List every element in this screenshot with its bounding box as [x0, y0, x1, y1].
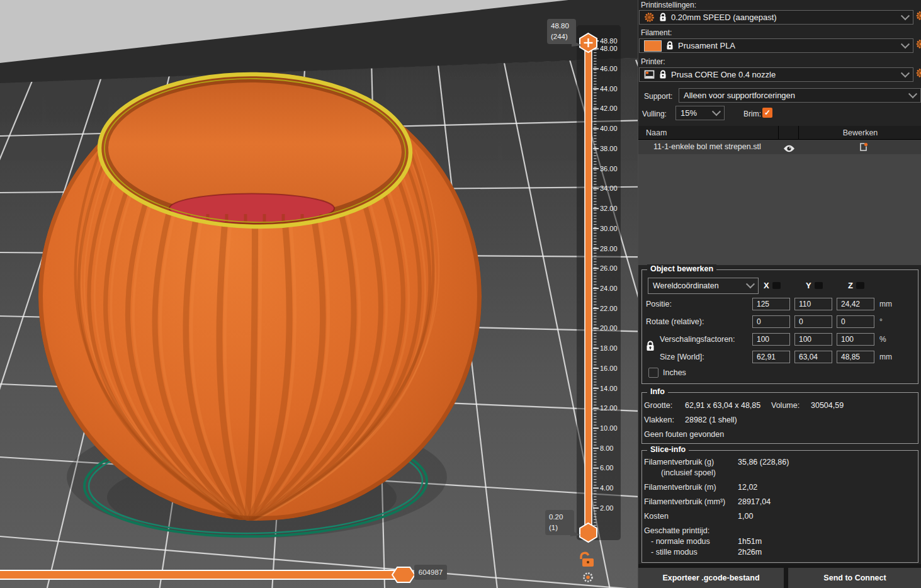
send-to-connect-button[interactable]: Send to Connect [788, 568, 921, 588]
position-unit: mm [879, 300, 892, 308]
axis-y-header: Y [806, 281, 823, 290]
print-profile-icon [644, 12, 655, 23]
ruler-tick-label: 40.00 [600, 125, 618, 132]
ruler-tick-label: 4.00 [600, 484, 613, 492]
table-header-naam[interactable]: Naam [638, 126, 779, 140]
filament-gear-icon[interactable] [916, 39, 921, 50]
filament-color-swatch [644, 40, 662, 52]
ruler-tick-label: 28.00 [600, 245, 618, 252]
chevron-down-icon [901, 69, 910, 77]
ruler-tick-label: 34.00 [600, 184, 618, 192]
table-header-bewerken[interactable]: Bewerken [799, 126, 921, 140]
eye-icon[interactable] [783, 144, 795, 155]
table-row[interactable]: 11-1-enkele bol met strepen.stl [638, 140, 921, 154]
filament-value: Prusament PLA [678, 41, 735, 50]
printer-gear-icon[interactable] [916, 68, 921, 79]
print-settings-label: Printinstellingen: [641, 1, 696, 9]
ruler-tick-label: 46.00 [600, 65, 618, 72]
infill-combo[interactable]: 15% [675, 106, 725, 120]
position-z-field[interactable] [837, 298, 874, 310]
size-x-field[interactable] [752, 351, 790, 363]
inches-checkbox[interactable] [648, 368, 658, 378]
ruler-tick-label: 36.00 [600, 165, 618, 172]
slice-info-group: Slice-info Filamentverbruik (g) 35,86 (2… [641, 450, 918, 563]
axis-reset-icon[interactable] [856, 282, 864, 289]
volume-value: 30504,59 [811, 401, 844, 410]
incl-spool-label: (inclusief spoel) [661, 468, 716, 477]
info-group: Info Grootte: 62,91 x 63,04 x 48,85 Volu… [641, 392, 918, 444]
sidebar-panel: Printinstellingen: 0.20mm SPEED (aangepa… [638, 0, 921, 588]
size-y-field[interactable] [794, 351, 832, 363]
support-value: Alleen voor supportforceringen [684, 91, 795, 100]
ruler-tick-label: 16.00 [600, 365, 618, 372]
object-name: 11-1-enkele bol met strepen.stl [653, 142, 761, 151]
object-list-area[interactable] [638, 154, 921, 265]
ruler-tick-label: 48.00 [600, 45, 618, 52]
print-time-label: Geschatte printtijd: [644, 526, 709, 535]
3d-viewport[interactable]: 48.8048.0046.0044.0042.0040.0038.0036.00… [0, 0, 638, 588]
scale-y-field[interactable] [794, 333, 832, 346]
scale-x-field[interactable] [752, 333, 790, 346]
infill-value: 15% [681, 108, 697, 118]
chevron-down-icon [746, 280, 755, 288]
brim-label: Brim: [743, 110, 761, 118]
rotate-x-field[interactable] [752, 315, 790, 328]
coord-system-combo[interactable]: Wereldcoördinaten [648, 278, 759, 294]
ruler-tick-label: 26.00 [600, 264, 618, 272]
ruler-tick-label: 32.00 [600, 205, 618, 212]
print-settings-gear-icon[interactable] [916, 11, 921, 21]
ruler-tick-label: 20.00 [600, 324, 618, 332]
size-info-value: 62,91 x 63,04 x 48,85 [685, 401, 760, 410]
layer-slider-track[interactable] [585, 43, 592, 533]
axis-reset-icon[interactable] [772, 282, 781, 289]
rotate-z-field[interactable] [837, 315, 874, 328]
ruler-tick-label: 24.00 [600, 285, 618, 292]
move-slider-value: 604987 [419, 568, 443, 576]
scale-lock-icon[interactable] [646, 341, 655, 354]
volume-label: Volume: [771, 401, 800, 410]
ruler-tick-label: 18.00 [600, 344, 618, 352]
ruler-tick-label: 14.00 [600, 385, 618, 392]
size-label: Size [World]: [660, 353, 704, 361]
filament-g-label: Filamentverbruik (g) [644, 458, 714, 466]
filament-g-value: 35,86 (228,86) [738, 458, 789, 466]
ruler-tick-label: 2.00 [600, 504, 613, 512]
ruler-tick-label: 42.00 [600, 105, 618, 112]
edit-object-icon[interactable] [859, 142, 868, 154]
object-manipulation-group: Object bewerken Wereldcoördinaten X Y Z … [641, 269, 918, 384]
axis-x-header: X [764, 281, 781, 290]
filament-combo[interactable]: Prusament PLA [639, 38, 913, 53]
move-slider-tooltip: 604987 [414, 565, 447, 580]
axis-reset-icon[interactable] [815, 282, 823, 289]
rotate-y-field[interactable] [794, 315, 832, 328]
support-combo[interactable]: Alleen voor supportforceringen [679, 88, 921, 103]
stealth-mode-value: 2h26m [738, 548, 762, 557]
position-x-field[interactable] [752, 298, 790, 310]
table-header-visibility[interactable] [779, 126, 799, 140]
ruler-tick-label: 44.00 [600, 85, 618, 93]
scale-label: Verschalingsfactoren: [660, 335, 735, 344]
filament-label: Filament: [641, 28, 672, 37]
size-z-field[interactable] [837, 351, 874, 363]
lock-icon [659, 70, 667, 79]
printer-value: Prusa CORE One 0.4 nozzle [671, 70, 776, 79]
facets-label: Vlakken: [644, 416, 674, 424]
position-y-field[interactable] [794, 298, 832, 310]
facets-value: 28982 (1 shell) [685, 416, 737, 424]
cost-label: Kosten [644, 512, 669, 521]
filament-mm3-value: 28917,04 [738, 497, 771, 506]
export-gcode-button[interactable]: Exporteer .gcode-bestand [638, 568, 784, 588]
scale-unit: % [879, 335, 886, 344]
scene-svg: 48.8048.0046.0044.0042.0040.0038.0036.00… [0, 0, 638, 588]
layer-slider-bottom-handle[interactable] [580, 523, 597, 542]
printer-combo[interactable]: Prusa CORE One 0.4 nozzle [639, 67, 913, 82]
ruler-tick-label: 12.00 [600, 404, 618, 412]
move-slider-track[interactable] [0, 570, 408, 579]
scale-z-field[interactable] [837, 333, 874, 346]
ruler-tick-label: 6.00 [600, 464, 613, 472]
brim-checkbox[interactable]: ✓ [762, 108, 772, 118]
print-settings-value: 0.20mm SPEED (aangepast) [671, 13, 777, 22]
layer-bottom-value: 0.20 [549, 513, 563, 521]
move-slider-handle[interactable] [392, 567, 415, 582]
print-settings-combo[interactable]: 0.20mm SPEED (aangepast) [639, 10, 913, 25]
